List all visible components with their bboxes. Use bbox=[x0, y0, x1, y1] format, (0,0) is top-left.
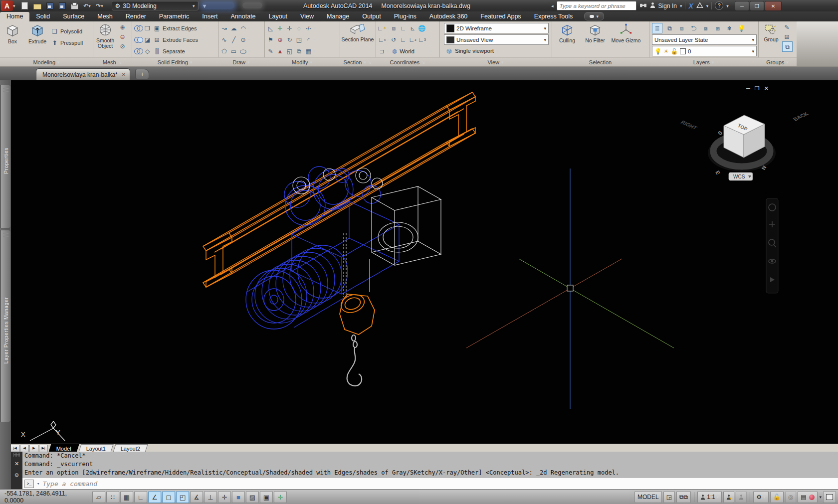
extract-edges-icon[interactable]: ▣ bbox=[152, 23, 162, 33]
separate-icon[interactable]: ⫿⫿ bbox=[152, 46, 162, 56]
panel-label-modify[interactable]: Modify▾ bbox=[264, 57, 340, 66]
trim-icon[interactable]: -/- bbox=[304, 23, 313, 33]
drawing-restore-icon[interactable]: ❐ bbox=[755, 85, 760, 92]
line-icon[interactable]: ╱ bbox=[229, 35, 238, 44]
ucs-name-dropdown[interactable]: ◍ World ▾ bbox=[391, 46, 434, 56]
new-file-icon[interactable] bbox=[20, 2, 29, 10]
panel-label-modeling[interactable]: Modeling▾ bbox=[0, 57, 93, 66]
interfere-icon[interactable]: ❒ bbox=[143, 23, 152, 33]
smooth-more-icon[interactable]: ⊕ bbox=[118, 22, 127, 32]
hook-block-wireframe[interactable] bbox=[339, 292, 375, 335]
layer-off-icon[interactable]: 💡 bbox=[737, 23, 746, 33]
auto-annotation-button[interactable] bbox=[736, 491, 747, 503]
section-plane-button[interactable]: Section Plane bbox=[341, 21, 374, 58]
command-prompt-icon[interactable]: >_ bbox=[24, 480, 34, 488]
a360-caret[interactable]: ▾ bbox=[706, 3, 709, 8]
panel-label-mesh[interactable]: Mesh↘ bbox=[93, 57, 132, 66]
layer-state-dropdown[interactable]: Unsaved Layer State▾ bbox=[652, 34, 757, 45]
drawing-canvas[interactable]: ─ ❐ ✕ bbox=[11, 80, 838, 444]
extrude-faces-label[interactable]: Extrude Faces bbox=[163, 37, 198, 43]
extract-edges-label[interactable]: Extract Edges bbox=[163, 25, 197, 31]
prev-tab-button[interactable]: ◀ bbox=[20, 445, 29, 452]
tab-autodesk360[interactable]: Autodesk 360 bbox=[423, 12, 474, 21]
tab-express-tools[interactable]: Express Tools bbox=[528, 12, 580, 21]
polyline-icon[interactable]: ↝ bbox=[219, 23, 229, 33]
workspace-switcher[interactable]: ⚙ 3D Modeling ▾ bbox=[112, 1, 199, 10]
polysolid-button[interactable]: ❏ Polysolid bbox=[50, 25, 84, 37]
extrude-faces-icon[interactable]: ⊞ bbox=[152, 35, 162, 44]
command-input-row[interactable]: >_ ▾ Type a command bbox=[22, 477, 838, 490]
tab-parametric[interactable]: Parametric bbox=[153, 12, 196, 21]
exchange-apps-icon[interactable]: X bbox=[688, 2, 693, 10]
clean-screen-button[interactable] bbox=[823, 491, 836, 503]
ucs-view-icon[interactable]: ⊐ bbox=[377, 46, 387, 56]
save-as-icon[interactable] bbox=[58, 2, 67, 10]
layer-freeze-icon[interactable]: ❄ bbox=[725, 23, 734, 33]
logo-menu-caret[interactable]: ▾ bbox=[13, 3, 15, 8]
move-gizmo-button[interactable]: Move Gizmo▾ bbox=[611, 21, 641, 58]
tab-view[interactable]: View bbox=[294, 12, 320, 21]
panel-label-selection[interactable]: Selection bbox=[552, 57, 649, 66]
ucs-previous-icon[interactable]: ∟ bbox=[399, 23, 408, 33]
ucs-world-icon[interactable]: 🌐 bbox=[418, 23, 427, 33]
command-history[interactable]: Command: *Cancel* Command: _vscurrent En… bbox=[22, 452, 838, 477]
selection-cycling-toggle[interactable]: ✛ bbox=[274, 491, 287, 503]
coordinates-readout[interactable]: -554.1781, 2486.4911, 0.0000 bbox=[4, 490, 87, 504]
ucs-icon[interactable]: ∟☀ bbox=[377, 23, 387, 33]
last-tab-button[interactable]: ▶| bbox=[39, 445, 48, 452]
quick-properties-toggle[interactable]: ▣ bbox=[260, 491, 273, 503]
tab-surface[interactable]: Surface bbox=[56, 12, 91, 21]
box-button[interactable]: Box▾ bbox=[0, 21, 25, 58]
palette-grip[interactable] bbox=[3, 87, 8, 94]
dynamic-ucs-toggle[interactable]: ⊥ bbox=[204, 491, 217, 503]
offset-icon[interactable]: ⧉ bbox=[294, 46, 304, 56]
rectangle-icon[interactable]: ▭ bbox=[229, 46, 238, 56]
ucs-3point-icon[interactable]: ∟3 bbox=[418, 35, 427, 44]
file-tab[interactable]: Monorelsowiaya kran-balka* ✕ bbox=[36, 68, 130, 80]
next-tab-button[interactable]: ▶ bbox=[29, 445, 38, 452]
layer-isolate-icon[interactable]: ⧇ bbox=[701, 23, 710, 33]
tab-render[interactable]: Render bbox=[119, 12, 153, 21]
crane-hook[interactable] bbox=[347, 335, 362, 386]
viewcube-back-face[interactable]: BACK bbox=[792, 111, 810, 122]
plot-icon[interactable] bbox=[70, 2, 79, 10]
tab-insert[interactable]: Insert bbox=[196, 12, 224, 21]
layer-manager-palette-tab[interactable]: Layer Properties Manager bbox=[0, 230, 11, 422]
smooth-refine-icon[interactable]: ⊘ bbox=[118, 41, 127, 51]
culling-button[interactable]: Culling bbox=[555, 21, 580, 58]
drawing-minimize-icon[interactable]: ─ bbox=[746, 85, 750, 92]
rotate-icon[interactable]: ↻ bbox=[285, 35, 294, 44]
layer-dropdown[interactable]: 💡 ☀ 🔓 0▾ bbox=[652, 46, 757, 56]
visual-style-dropdown[interactable]: 2D Wireframe▾ bbox=[444, 23, 549, 33]
infer-constraints-toggle[interactable]: ▱ bbox=[92, 491, 105, 503]
intersect-icon[interactable] bbox=[133, 46, 143, 56]
undo-icon[interactable]: ↶▾ bbox=[83, 2, 92, 10]
panel-label-view[interactable]: View▾ bbox=[439, 57, 552, 66]
polygon-icon[interactable]: ⬠ bbox=[219, 46, 229, 56]
revision-cloud-icon[interactable]: ☁ bbox=[229, 23, 238, 33]
layer-match-icon[interactable]: ⧉ bbox=[665, 23, 674, 33]
panel-label-draw[interactable]: Draw▾ bbox=[218, 57, 264, 66]
command-close-icon[interactable]: ✕ bbox=[14, 461, 19, 467]
search-input[interactable]: Type a keyword or phrase bbox=[557, 1, 636, 10]
viewport-config-dropdown[interactable]: Single viewport▾ bbox=[444, 46, 548, 56]
ucs-origin-icon[interactable]: ∟ bbox=[399, 35, 408, 44]
ucs-object-icon[interactable]: ⊾ bbox=[408, 23, 418, 33]
sign-in-button[interactable]: Sign In bbox=[658, 2, 677, 9]
command-customize-icon[interactable]: ⚙ bbox=[14, 472, 19, 479]
isolate-objects-button[interactable]: ◎ bbox=[785, 491, 796, 503]
panel-label-layers[interactable]: Layers▾ bbox=[649, 57, 758, 66]
smooth-object-button[interactable]: Smooth Object bbox=[93, 21, 118, 58]
open-file-icon[interactable] bbox=[33, 2, 42, 10]
object-snap-tracking-toggle[interactable]: ∡ bbox=[190, 491, 203, 503]
spline-icon[interactable]: ∿ bbox=[219, 35, 229, 44]
hoist-chain[interactable] bbox=[344, 233, 346, 297]
help-caret[interactable]: ▾ bbox=[726, 3, 729, 8]
group-edit-icon[interactable]: ✎ bbox=[782, 22, 792, 32]
first-tab-button[interactable]: |◀ bbox=[10, 445, 19, 452]
model-tab[interactable]: Model bbox=[48, 444, 79, 452]
no-filter-button[interactable]: No Filter▾ bbox=[583, 21, 608, 58]
3d-rotate-icon[interactable]: ⊕ bbox=[275, 35, 285, 44]
tab-featured-apps[interactable]: Featured Apps bbox=[474, 12, 527, 21]
ucs-named-icon[interactable]: ⧈ bbox=[389, 23, 399, 33]
